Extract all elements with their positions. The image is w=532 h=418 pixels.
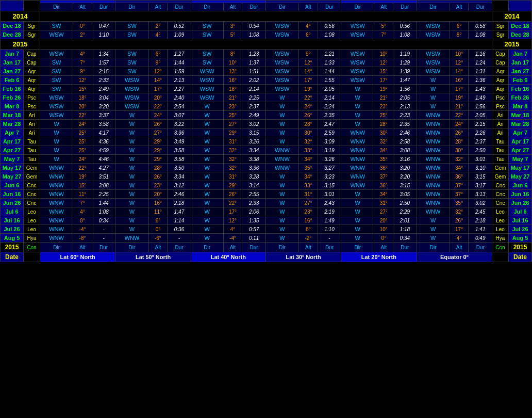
dur-cell: 1:55 — [318, 76, 341, 85]
dir-cell: WNW — [40, 199, 73, 207]
alt-cell: 4° — [73, 50, 92, 58]
dir-cell: W — [40, 128, 73, 137]
alt-cell: 21° — [450, 102, 469, 111]
dir-cell: WSW — [417, 67, 450, 76]
date-cell: May 27 — [1, 172, 24, 181]
date-cell: Mar 18 — [1, 111, 24, 120]
dir-cell: WNW — [417, 207, 450, 216]
sub-alt-30: Alt — [299, 3, 318, 11]
dir-cell: WSW — [115, 76, 148, 85]
con-cell-right: Sgr — [492, 30, 509, 39]
table-row: May 17GemWNW22°4:27W28°3:50W32°3:36WNW35… — [1, 164, 532, 172]
dur-cell: 0:56 — [318, 22, 341, 30]
dir-cell: WSW — [191, 93, 223, 102]
dur-cell: 3:58 — [92, 120, 115, 128]
table-row: Feb 6AqrSW12°2:33WSW14°2:13WSW16°2:02WSW… — [1, 76, 532, 85]
alt-cell: 18° — [73, 93, 92, 102]
dir-cell: WSW — [40, 50, 73, 58]
dir-cell: W — [417, 102, 450, 111]
alt-cell: 28° — [450, 137, 469, 146]
table-row: Mar 18AriWSW22°3:37W24°3:07W25°2:49W26°2… — [1, 111, 532, 120]
dur-cell: 3:01 — [469, 155, 492, 164]
date-cell: Jun 6 — [1, 181, 24, 190]
con-cell-right: Tau — [492, 155, 509, 164]
dir-cell: WNW — [40, 164, 73, 172]
dir-cell: W — [417, 93, 450, 102]
alt-cell: 3° — [223, 22, 242, 30]
dir-cell: WNW — [40, 190, 73, 199]
dir-cell: WSW — [417, 30, 450, 39]
alt-cell: 28° — [374, 120, 393, 128]
date-cell: Jul 6 — [1, 207, 24, 216]
dir-cell: W — [191, 216, 223, 225]
table-row: Jan 17CapSW7°1:57SW9°1:44SW10°1:37WSW12°… — [1, 58, 532, 67]
alt-cell: 32° — [223, 146, 242, 155]
year-2014-left: 2014 — [1, 11, 40, 22]
dir-cell: W — [191, 199, 223, 207]
dir-cell: WNW — [417, 137, 450, 146]
date-cell: Jun 16 — [1, 190, 24, 199]
dir-cell: SW — [40, 85, 73, 93]
date-cell-right: Jan 17 — [509, 58, 532, 67]
dir-cell: WNW — [417, 199, 450, 207]
alt-cell: 8° — [223, 50, 242, 58]
con-cell: Cap — [24, 58, 40, 67]
dur-cell: 2:18 — [168, 199, 191, 207]
dur-cell: 2:40 — [168, 93, 191, 102]
dir-cell: W — [40, 146, 73, 155]
dir-cell: W — [341, 85, 374, 93]
alt-cell: 15° — [73, 181, 92, 190]
alt-cell: 24° — [148, 111, 168, 120]
dir-cell: WSW — [341, 50, 374, 58]
dur-cell: 1:56 — [469, 102, 492, 111]
alt-cell: 26° — [148, 172, 168, 181]
dir-cell: WSW — [191, 76, 223, 85]
date-cell-right: Jul 16 — [509, 216, 532, 225]
date-cell-right: Mar 8 — [509, 102, 532, 111]
dur-cell: 3:28 — [242, 172, 265, 181]
dir-cell: W — [417, 216, 450, 225]
date-cell: Jan 17 — [1, 58, 24, 67]
dir-cell: W — [417, 225, 450, 234]
dur-cell: 1:56 — [393, 85, 417, 93]
dur-cell: 2:18 — [469, 216, 492, 225]
dir-cell: SW — [115, 67, 148, 76]
dir-cell: W — [115, 128, 148, 137]
dir-cell: W — [191, 164, 223, 172]
dur-cell: 1:34 — [92, 50, 115, 58]
alt-cell: 16° — [148, 199, 168, 207]
table-row: Jan 7CapWSW4°1:34SW6°1:27SW8°1:23WSW9°1:… — [1, 50, 532, 58]
table-row: Apr 17TauW25°4:36W29°3:49W31°3:26W32°3:0… — [1, 137, 532, 146]
alt-cell: 32° — [374, 137, 393, 146]
dir-cell: W — [191, 181, 223, 190]
dir-cell: WNW — [115, 234, 148, 243]
dur-cell: 2:47 — [318, 120, 341, 128]
alt-cell: 10° — [450, 50, 469, 58]
date-cell: Feb 26 — [1, 93, 24, 102]
alt-cell: 12° — [450, 58, 469, 67]
dur-cell: 3:14 — [242, 181, 265, 190]
alt-cell: 9° — [148, 58, 168, 67]
dir-cell: WNW — [40, 207, 73, 216]
dur-cell: 3:07 — [168, 111, 191, 120]
dir-cell: WSW — [115, 93, 148, 102]
dir-cell: W — [265, 102, 298, 111]
dir-cell: SW — [115, 58, 148, 67]
dur-cell: 3:27 — [318, 164, 341, 172]
con-cell-right: Ari — [492, 111, 509, 120]
alt-cell: 4° — [73, 207, 92, 216]
alt-cell: 17° — [374, 76, 393, 85]
dur-cell: 3:08 — [393, 146, 417, 155]
date-cell-right: May 27 — [509, 172, 532, 181]
dir-cell: W — [191, 172, 223, 181]
table-row: Jan 27AqrSW9°2:15SW12°1:59WSW13°1:51WSW1… — [1, 67, 532, 76]
dur-cell: 1:39 — [393, 67, 417, 76]
alt-cell: 19° — [299, 85, 318, 93]
alt-cell: 0° — [73, 216, 92, 225]
alt-cell: 6° — [299, 30, 318, 39]
date-cell: Jul 16 — [1, 216, 24, 225]
dir-cell: W — [191, 111, 223, 120]
alt-cell: 27° — [374, 207, 393, 216]
alt-cell: 29° — [148, 146, 168, 155]
con-cell: Hya — [24, 234, 40, 243]
